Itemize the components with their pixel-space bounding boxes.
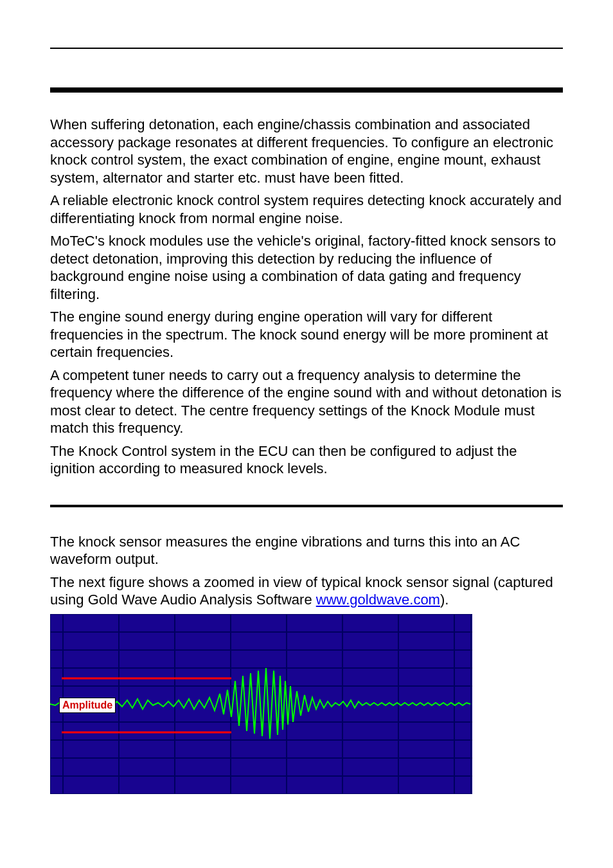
paragraph: The next figure shows a zoomed in view o… — [50, 574, 563, 609]
paragraph: The knock sensor measures the engine vib… — [50, 533, 563, 568]
section-rule-medium — [50, 505, 563, 507]
section-rule-thick — [50, 87, 563, 93]
paragraph-text: ). — [440, 592, 449, 608]
paragraph: A reliable electronic knock control syst… — [50, 192, 563, 227]
paragraph: The Knock Control system in the ECU can … — [50, 442, 563, 478]
knock-waveform-figure: Amplitude — [50, 614, 472, 794]
document-page: When suffering detonation, each engine/c… — [0, 0, 613, 868]
paragraph: A competent tuner needs to carry out a f… — [50, 366, 563, 437]
paragraph: The engine sound energy during engine op… — [50, 308, 563, 361]
paragraph: When suffering detonation, each engine/c… — [50, 116, 563, 186]
paragraph: MoTeC's knock modules use the vehicle's … — [50, 232, 563, 303]
paragraph-text: The next figure shows a zoomed in view o… — [50, 574, 553, 608]
header-rule — [50, 48, 563, 49]
amplitude-label: Amplitude — [59, 698, 116, 713]
goldwave-link[interactable]: www.goldwave.com — [316, 592, 440, 608]
